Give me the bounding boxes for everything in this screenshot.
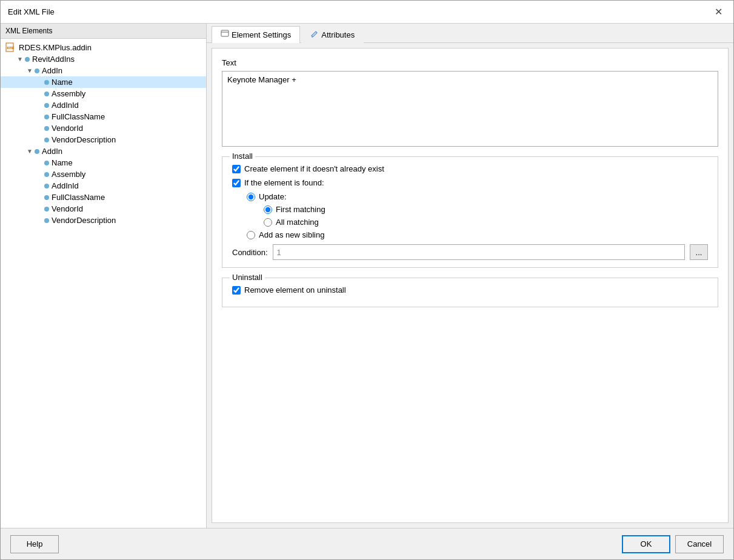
tree-item-vendordescription1[interactable]: VendorDescription — [1, 134, 206, 145]
tree-item-vendordescription2[interactable]: VendorDescription — [1, 215, 206, 226]
tree-item-fullclassname2[interactable]: FullClassName — [1, 192, 206, 203]
circle-icon-fullclassname2 — [44, 195, 49, 200]
circle-icon-addinid2 — [44, 184, 49, 188]
tree-item-assembly2-label: Assembly — [52, 170, 85, 179]
main-content: XML Elements xml RDES.KMPlus.addin ▼ — [1, 24, 733, 528]
add-sibling-label: Add as new sibling — [259, 230, 324, 239]
tree-item-assembly1-label: Assembly — [52, 89, 85, 98]
tree-item-addin2-label: AddIn — [42, 147, 62, 156]
tree-item-fullclassname1[interactable]: FullClassName — [1, 111, 206, 122]
tree-item-revitaddins[interactable]: ▼ RevitAddIns — [1, 53, 206, 65]
expand-icon-addin1: ▼ — [25, 67, 35, 74]
circle-icon-assembly2 — [44, 172, 49, 177]
text-section-label: Text — [222, 58, 718, 67]
tree-item-name1-label: Name — [52, 78, 73, 87]
tree-item-name1[interactable]: Name — [1, 76, 206, 88]
circle-icon-addin1 — [35, 68, 39, 73]
condition-label: Condition: — [232, 248, 268, 257]
update-radio-group: Update: First matching All matching — [247, 192, 708, 239]
install-section-label: Install — [230, 152, 255, 161]
xml-elements-header: XML Elements — [1, 24, 206, 39]
remove-element-label: Remove element on uninstall — [244, 285, 346, 295]
circle-icon-revitaddins — [25, 57, 30, 62]
tree-item-addin2[interactable]: ▼ AddIn — [1, 145, 206, 157]
install-section: Install Create element if it doesn't alr… — [222, 156, 718, 268]
all-matching-row: All matching — [264, 218, 708, 227]
first-matching-label: First matching — [276, 205, 325, 214]
circle-icon-name1 — [44, 80, 49, 85]
circle-icon-vendordescription1 — [44, 138, 49, 142]
tree-item-root-label: RDES.KMPlus.addin — [19, 43, 92, 52]
tree-item-name2-label: Name — [52, 158, 73, 167]
tree-item-addin1[interactable]: ▼ AddIn — [1, 65, 206, 76]
tree-item-assembly1[interactable]: Assembly — [1, 88, 206, 99]
tree-item-revitaddins-label: RevitAddIns — [32, 55, 75, 64]
update-label: Update: — [259, 192, 287, 201]
if-element-found-checkbox[interactable] — [232, 179, 241, 187]
if-element-found-label: If the element is found: — [244, 178, 324, 187]
svg-text:xml: xml — [7, 45, 14, 50]
tree-item-assembly2[interactable]: Assembly — [1, 168, 206, 180]
circle-icon-assembly1 — [44, 92, 49, 96]
pencil-icon — [310, 30, 319, 40]
uninstall-section: Uninstall Remove element on uninstall — [222, 278, 718, 307]
tab-attributes[interactable]: Attributes — [301, 26, 364, 43]
form-area: Text Keynote Manager + Install Create el… — [212, 48, 729, 523]
tab-element-settings-label: Element Settings — [232, 30, 291, 39]
text-area-wrapper: Keynote Manager + — [222, 71, 718, 147]
condition-row: Condition: ... — [232, 244, 708, 260]
uninstall-section-label: Uninstall — [230, 273, 265, 282]
ok-cancel-group: OK Cancel — [622, 535, 724, 553]
create-element-row: Create element if it doesn't already exi… — [232, 164, 708, 173]
update-radio[interactable] — [247, 193, 255, 201]
circle-icon-vendorid2 — [44, 207, 49, 212]
if-element-found-row: If the element is found: — [232, 178, 708, 187]
circle-icon-addin2 — [35, 149, 39, 154]
tabs-bar: Element Settings Attributes — [207, 24, 733, 43]
condition-browse-button[interactable]: ... — [690, 244, 708, 260]
tree-item-fullclassname1-label: FullClassName — [52, 112, 105, 121]
add-sibling-radio[interactable] — [247, 231, 255, 239]
circle-icon-vendordescription2 — [44, 218, 49, 223]
tree-item-root-file[interactable]: xml RDES.KMPlus.addin — [1, 41, 206, 53]
svg-rect-2 — [221, 30, 229, 36]
first-matching-radio[interactable] — [264, 205, 272, 214]
ok-button[interactable]: OK — [622, 535, 670, 553]
xml-file-icon: xml — [5, 42, 16, 52]
tab-attributes-label: Attributes — [321, 30, 355, 39]
remove-element-checkbox[interactable] — [232, 286, 241, 295]
circle-icon-addinid1 — [44, 103, 49, 108]
create-element-checkbox[interactable] — [232, 165, 241, 173]
tree-item-vendorid1-label: VendorId — [52, 124, 83, 133]
all-matching-radio[interactable] — [264, 218, 272, 227]
title-bar: Edit XML File ✕ — [1, 1, 733, 24]
tab-element-settings[interactable]: Element Settings — [212, 26, 300, 43]
circle-icon-name2 — [44, 161, 49, 165]
expand-icon-revitaddins: ▼ — [15, 56, 25, 62]
tree-item-vendorid2[interactable]: VendorId — [1, 203, 206, 215]
condition-input[interactable] — [273, 244, 685, 260]
cancel-button[interactable]: Cancel — [675, 535, 724, 553]
help-button[interactable]: Help — [10, 535, 59, 553]
all-matching-label: All matching — [276, 218, 319, 227]
circle-icon-vendorid1 — [44, 126, 49, 131]
right-panel: Element Settings Attributes Text — [207, 24, 733, 528]
create-element-label: Create element if it doesn't already exi… — [244, 164, 384, 173]
text-input[interactable]: Keynote Manager + — [222, 72, 718, 144]
left-panel: XML Elements xml RDES.KMPlus.addin ▼ — [1, 24, 207, 528]
settings-icon — [221, 30, 229, 40]
tree-item-addinid1-label: AddInId — [52, 101, 79, 110]
add-sibling-row: Add as new sibling — [247, 230, 708, 239]
dialog-title: Edit XML File — [8, 7, 55, 16]
update-radio-row: Update: — [247, 192, 708, 201]
tree-item-addinid2[interactable]: AddInId — [1, 180, 206, 192]
circle-icon-fullclassname1 — [44, 115, 49, 119]
tree-item-vendorid1[interactable]: VendorId — [1, 122, 206, 134]
tree-item-addin1-label: AddIn — [42, 66, 62, 75]
expand-icon-addin2: ▼ — [25, 148, 35, 155]
bottom-bar: Help OK Cancel — [1, 528, 733, 559]
tree-item-addinid1[interactable]: AddInId — [1, 99, 206, 111]
tree-item-name2[interactable]: Name — [1, 157, 206, 168]
remove-element-row: Remove element on uninstall — [232, 285, 708, 295]
close-button[interactable]: ✕ — [711, 6, 726, 18]
